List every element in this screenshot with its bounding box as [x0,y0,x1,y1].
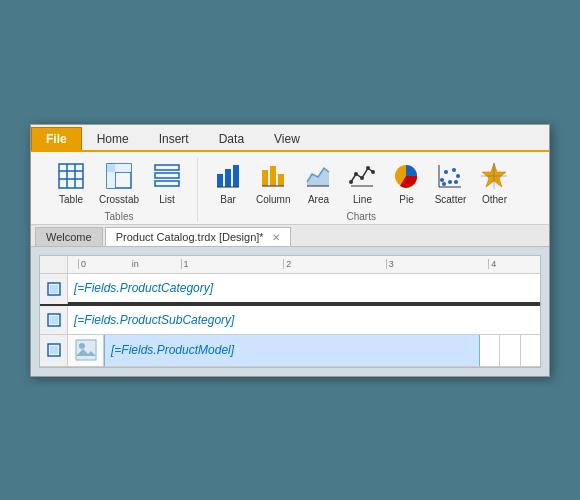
category-field: [=Fields.ProductCategory] [68,274,219,302]
model-row-handle [40,335,68,366]
table-icon [55,160,87,192]
design-area: 0 in 1 2 3 4 [31,247,549,376]
svg-point-32 [444,170,448,174]
bar-label: Bar [220,194,236,205]
tab-insert[interactable]: Insert [144,127,204,150]
pie-icon [390,160,422,192]
charts-items: Bar Column [208,158,514,207]
tab-catalog[interactable]: Product Catalog.trdx [Design]* ✕ [105,227,291,246]
model-row: [=Fields.ProductModel] [40,335,540,367]
subcategory-content: [=Fields.ProductSubCategory] [68,306,540,334]
tab-welcome[interactable]: Welcome [35,227,103,246]
svg-point-31 [440,178,444,182]
svg-point-37 [454,180,458,184]
ruler-1: 1 [181,259,233,269]
ruler-empty3 [437,259,488,269]
svg-point-26 [360,176,364,180]
image-placeholder-icon [75,339,97,361]
ribbon-body: Table [31,150,549,224]
ribbon-item-list[interactable]: List [147,158,187,207]
tables-group-label: Tables [105,211,134,222]
application-window: File Home Insert Data View [30,124,550,377]
ruler: 0 in 1 2 3 4 [40,256,540,274]
svg-rect-8 [107,164,115,172]
ribbon-item-line[interactable]: Line [342,158,382,207]
svg-rect-46 [50,316,58,324]
pie-label: Pie [399,194,413,205]
document-tabs: Welcome Product Catalog.trdx [Design]* ✕ [31,225,549,247]
ribbon-item-crosstab[interactable]: Crosstab [95,158,143,207]
ruler-empty1 [232,259,283,269]
ribbon-item-scatter[interactable]: Scatter [430,158,470,207]
model-image-cell [68,335,104,366]
subcategory-row: [=Fields.ProductSubCategory] [40,306,540,335]
ribbon-item-other[interactable]: Other [474,158,514,207]
svg-rect-19 [270,166,276,186]
ribbon-tabs: File Home Insert Data View [31,125,549,150]
svg-rect-49 [76,340,96,360]
svg-point-33 [448,180,452,184]
model-field-cell: [=Fields.ProductModel] [104,335,480,366]
svg-point-35 [456,174,460,178]
ruler-in: in [130,259,181,269]
svg-point-36 [442,182,446,186]
ruler-2: 2 [283,259,335,269]
other-label: Other [482,194,507,205]
category-row: [=Fields.ProductCategory] [40,274,540,306]
svg-rect-44 [50,285,58,293]
row-handle-icon [47,282,61,296]
list-label: List [159,194,175,205]
scatter-label: Scatter [435,194,467,205]
crosstab-label: Crosstab [99,194,139,205]
svg-rect-20 [278,174,284,186]
crosstab-icon [103,160,135,192]
column-icon [257,160,289,192]
column-label: Column [256,194,290,205]
ribbon-item-bar[interactable]: Bar [208,158,248,207]
tab-home[interactable]: Home [82,127,144,150]
category-row-handle [40,274,68,304]
model-field: [=Fields.ProductModel] [111,343,234,357]
svg-rect-14 [217,174,223,187]
svg-point-34 [452,168,456,172]
tab-close-button[interactable]: ✕ [272,232,280,243]
svg-rect-13 [155,181,179,186]
svg-point-25 [354,172,358,176]
ruler-3: 3 [386,259,438,269]
svg-rect-11 [155,165,179,170]
charts-group-label: Charts [347,211,376,222]
svg-rect-10 [107,172,115,188]
model-handle-icon [47,343,61,357]
tables-items: Table [51,158,187,207]
ruler-4: 4 [488,259,540,269]
ribbon-item-column[interactable]: Column [252,158,294,207]
svg-point-50 [79,343,85,349]
svg-rect-48 [50,346,58,354]
svg-rect-16 [233,165,239,187]
ribbon-group-tables: Table [41,158,198,222]
category-content: [=Fields.ProductCategory] [68,274,540,304]
tab-data[interactable]: Data [204,127,259,150]
area-label: Area [308,194,329,205]
svg-rect-0 [59,164,83,188]
svg-rect-12 [155,173,179,178]
other-icon [478,160,510,192]
svg-rect-18 [262,170,268,186]
ribbon: File Home Insert Data View [31,125,549,225]
model-content: [=Fields.ProductModel] [68,335,540,366]
area-icon [302,160,334,192]
ribbon-item-table[interactable]: Table [51,158,91,207]
list-icon [151,160,183,192]
svg-point-27 [366,166,370,170]
tab-view[interactable]: View [259,127,315,150]
svg-point-24 [349,180,353,184]
model-extra-cells [480,335,540,366]
line-icon [346,160,378,192]
tab-file[interactable]: File [31,127,82,150]
ribbon-item-pie[interactable]: Pie [386,158,426,207]
svg-point-28 [371,170,375,174]
ribbon-item-area[interactable]: Area [298,158,338,207]
line-label: Line [353,194,372,205]
scatter-icon [434,160,466,192]
report-canvas: 0 in 1 2 3 4 [39,255,541,368]
